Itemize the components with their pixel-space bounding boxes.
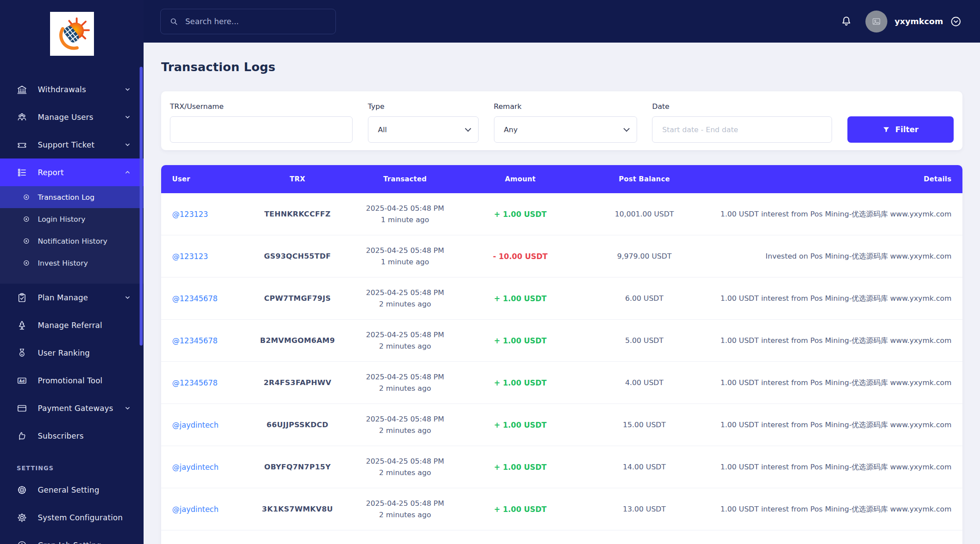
trx-cell: CPW7TMGF79JS <box>246 294 349 303</box>
user-link[interactable]: @jaydintech <box>172 463 219 472</box>
main-content: Transaction Logs TRX/Username Type All R… <box>144 43 980 544</box>
funnel-icon <box>883 126 890 133</box>
sidebar-item-withdrawals[interactable]: Withdrawals <box>0 76 144 103</box>
user-link[interactable]: @123123 <box>172 252 208 261</box>
sidebar-item-manage-referral[interactable]: Manage Referral <box>0 311 144 339</box>
sidebar-item-user-ranking[interactable]: User Ranking <box>0 339 144 367</box>
notification-bell-icon[interactable] <box>840 15 852 27</box>
amount-cell: + 1.00 USDT <box>461 336 580 345</box>
user-link[interactable]: @123123 <box>172 210 208 219</box>
sidebar-item-login-history[interactable]: Login History <box>0 208 144 230</box>
details-cell: 1.00 USDT interest from Pos Mining-优选源码库… <box>709 378 962 388</box>
user-link[interactable]: @12345678 <box>172 336 218 345</box>
sidebar-item-label: Withdrawals <box>38 85 86 94</box>
details-cell: Invested on Pos Mining-优选源码库 www.yxymk.c… <box>709 252 962 261</box>
sidebar-item-label: Subscribers <box>38 432 84 440</box>
table-row: @12345678 B2MVMGOM6AM9 2025-04-25 05:48 … <box>161 320 962 362</box>
sidebar-item-label: Transaction Log <box>38 193 94 202</box>
bullet-icon <box>23 216 30 223</box>
user-link[interactable]: @jaydintech <box>172 505 219 514</box>
transacted-cell: 2025-04-25 05:48 PM2 minutes ago <box>349 414 461 436</box>
user-link[interactable]: @12345678 <box>172 378 218 387</box>
sidebar-item-notification-history[interactable]: Notification History <box>0 230 144 252</box>
chevron-down-icon <box>465 126 471 132</box>
sidebar-item-transaction-log[interactable]: Transaction Log <box>0 186 144 208</box>
sidebar-scrollbar[interactable] <box>140 67 143 346</box>
date-range-input[interactable] <box>662 126 822 134</box>
sidebar-item-label: General Setting <box>38 486 99 494</box>
trx-cell: 2R4FS3FAPHWV <box>246 378 349 387</box>
bullet-icon <box>23 238 30 245</box>
trx-cell: TEHNKRKCCFFZ <box>246 210 349 218</box>
search-box[interactable] <box>160 9 336 34</box>
user-link[interactable]: @jaydintech <box>172 421 219 429</box>
bank-icon <box>17 84 27 95</box>
username-label: yxymkcom <box>894 17 943 26</box>
post-balance-cell: 13.00 USDT <box>580 505 709 513</box>
sidebar-item-label: Manage Referral <box>38 321 102 330</box>
list-icon <box>17 167 27 178</box>
trx-username-input[interactable] <box>180 126 342 134</box>
remark-selected-value: Any <box>504 126 518 134</box>
column-header-user: User <box>161 175 246 183</box>
details-cell: 1.00 USDT interest from Pos Mining-优选源码库… <box>709 336 962 346</box>
details-cell: 1.00 USDT interest from Pos Mining-优选源码库… <box>709 209 962 219</box>
wheel-icon <box>17 485 27 495</box>
sidebar-item-payment-gateways[interactable]: Payment Gateways <box>0 394 144 422</box>
remark-label: Remark <box>494 102 637 111</box>
trx-username-label: TRX/Username <box>170 102 353 111</box>
sidebar-item-general-setting[interactable]: General Setting <box>0 476 144 504</box>
settings-section-label: SETTINGS <box>17 465 144 472</box>
column-header-details: Details <box>709 175 962 183</box>
post-balance-cell: 6.00 USDT <box>580 294 709 303</box>
column-header-post-balance: Post Balance <box>580 175 709 183</box>
trx-cell: B2MVMGOM6AM9 <box>246 336 349 345</box>
type-select[interactable]: All <box>368 116 479 143</box>
column-header-transacted: Transacted <box>349 175 461 183</box>
user-link[interactable]: @12345678 <box>172 294 218 303</box>
search-input[interactable] <box>185 17 327 26</box>
chevron-down-circle-icon <box>950 16 962 27</box>
column-header-trx: TRX <box>246 175 349 183</box>
sidebar-item-system-configuration[interactable]: System Configuration <box>0 504 144 531</box>
sidebar-item-plan-manage[interactable]: Plan Manage <box>0 284 144 311</box>
sidebar-item-promotional-tool[interactable]: Ad Promotional Tool <box>0 367 144 394</box>
brand-logo[interactable] <box>50 12 94 56</box>
transacted-cell: 2025-04-25 05:48 PM2 minutes ago <box>349 329 461 352</box>
sidebar-item-invest-history[interactable]: Invest History <box>0 252 144 274</box>
date-group: Date <box>652 102 832 143</box>
column-header-amount: Amount <box>461 175 580 183</box>
sidebar-item-label: User Ranking <box>38 349 90 357</box>
thumbs-up-icon <box>17 431 27 441</box>
search-icon <box>169 17 178 26</box>
sidebar: Withdrawals Manage Users Support Ticket … <box>0 0 144 544</box>
table-row: @jaydintech 66UJJPSSKDCD 2025-04-25 05:4… <box>161 404 962 446</box>
sidebar-item-label: Promotional Tool <box>38 376 102 385</box>
type-group: Type All <box>368 102 479 143</box>
amount-cell: + 1.00 USDT <box>461 463 580 472</box>
sidebar-item-manage-users[interactable]: Manage Users <box>0 103 144 131</box>
sidebar-item-cron-job-setting[interactable]: Cron Job Setting <box>0 531 144 544</box>
bullet-icon <box>23 194 30 201</box>
sidebar-item-support-ticket[interactable]: Support Ticket <box>0 131 144 159</box>
table-row: @123123 GS93QCH55TDF 2025-04-25 05:48 PM… <box>161 235 962 277</box>
amount-cell: + 1.00 USDT <box>461 378 580 387</box>
sidebar-item-subscribers[interactable]: Subscribers <box>0 422 144 450</box>
details-cell: 1.00 USDT interest from Pos Mining-优选源码库… <box>709 504 962 514</box>
table-row: @12345678 2R4FS3FAPHWV 2025-04-25 05:48 … <box>161 362 962 404</box>
chevron-down-icon <box>125 405 130 411</box>
trx-cell: 3K1KS7WMKV8U <box>246 505 349 513</box>
transacted-cell: 2025-04-25 05:48 PM1 minute ago <box>349 203 461 225</box>
report-submenu: Transaction Log Login History Notificati… <box>0 186 144 284</box>
filter-button[interactable]: Filter <box>847 116 954 143</box>
table-row: @123123 TEHNKRKCCFFZ 2025-04-25 05:48 PM… <box>161 193 962 235</box>
sidebar-item-label: System Configuration <box>38 513 123 522</box>
details-cell: 1.00 USDT interest from Pos Mining-优选源码库… <box>709 294 962 303</box>
amount-cell: + 1.00 USDT <box>461 294 580 303</box>
remark-select[interactable]: Any <box>494 116 637 143</box>
sidebar-item-label: Report <box>38 168 64 177</box>
sidebar-item-report[interactable]: Report <box>0 159 144 186</box>
user-menu[interactable]: yxymkcom <box>865 11 962 32</box>
chevron-down-icon <box>125 86 130 92</box>
type-label: Type <box>368 102 479 111</box>
